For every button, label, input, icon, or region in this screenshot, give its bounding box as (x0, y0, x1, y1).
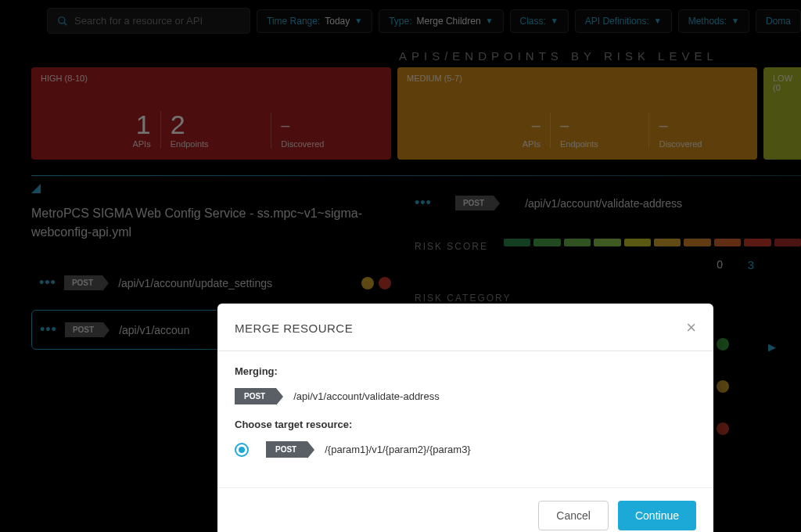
score-segment (564, 239, 591, 246)
filter-label: API Definitions: (585, 16, 649, 27)
score-segment (654, 239, 681, 246)
status-dot (361, 277, 374, 289)
risk-card-header: LOW (0 (773, 74, 801, 92)
score-segment (684, 239, 710, 246)
chevron-down-icon: ▼ (551, 16, 559, 25)
endpoint-path: /api/v1/account/update_settings (118, 277, 272, 289)
status-dot (717, 338, 729, 350)
method-badge: POST (235, 388, 276, 404)
resource-path: /{param1}/v1/{param2}/{param3} (325, 444, 470, 455)
method-badge: POST (266, 441, 307, 458)
merge-resource-modal: MERGE RESOURCE × Merging: POST /api/v1/a… (217, 304, 713, 532)
filter-value: Today (325, 16, 350, 27)
filter-doma[interactable]: Doma (756, 9, 801, 33)
more-dots-icon[interactable]: ••• (415, 195, 432, 211)
radio-selected[interactable] (235, 443, 249, 457)
stat-apis-value: 1 (136, 111, 151, 138)
filter-type[interactable]: Type: Merge Children ▼ (379, 9, 503, 33)
score-segment (714, 239, 741, 246)
method-badge: POST (455, 196, 494, 210)
score-segment (533, 239, 560, 246)
more-dots-icon[interactable]: ••• (39, 275, 56, 291)
service-name: MetroPCS SIGMA Web Config Service - ss.m… (31, 204, 399, 242)
status-dot (717, 422, 729, 435)
chevron-down-icon: ▼ (731, 16, 739, 25)
merging-label: Merging: (235, 365, 696, 377)
risk-section-title: APIS/ENDPOINTS BY RISK LEVEL (0, 41, 801, 67)
search-icon (57, 16, 68, 27)
risk-card-high[interactable]: HIGH (8-10) 1 APIs 2 Endpoints – Discove… (31, 67, 391, 160)
more-dots-icon[interactable]: ••• (40, 322, 57, 338)
risk-score-label: RISK SCORE (415, 241, 488, 252)
choose-target-label: Choose target resource: (235, 419, 696, 430)
close-button[interactable]: × (686, 318, 696, 338)
triangle-marker-icon (31, 184, 41, 193)
filter-time-range[interactable]: Time Range: Today ▼ (257, 9, 372, 33)
merging-resource-row: POST /api/v1/account/validate-address (235, 388, 696, 404)
risk-card-medium[interactable]: MEDIUM (5-7) – APIs – Endpoints – Discov… (397, 67, 757, 160)
status-dot-column (717, 338, 729, 435)
status-dot (717, 380, 729, 393)
risk-card-header: MEDIUM (5-7) (407, 74, 748, 83)
chevron-down-icon: ▼ (354, 16, 362, 25)
filter-label: Time Range: (267, 16, 320, 27)
modal-title: MERGE RESOURCE (235, 322, 353, 335)
search-input[interactable] (74, 15, 240, 27)
risk-category-label: RISK CATEGORY (415, 293, 801, 304)
endpoint-path: /api/v1/accoun (119, 324, 189, 336)
svg-point-0 (59, 16, 65, 23)
endpoint-row[interactable]: ••• POST /api/v1/account/validate-addres… (415, 184, 801, 222)
stat-endpoints-value: – (560, 113, 569, 138)
score-value: 0 (717, 258, 723, 271)
filter-class[interactable]: Class: ▼ (510, 9, 569, 33)
close-icon: × (686, 318, 696, 337)
stat-discovered-label: Discovered (281, 139, 324, 149)
stat-endpoints-label: Endpoints (560, 139, 598, 149)
risk-cards-row: HIGH (8-10) 1 APIs 2 Endpoints – Discove… (0, 67, 801, 160)
continue-button[interactable]: Continue (618, 501, 696, 530)
radio-inner-icon (239, 447, 245, 453)
status-dot (379, 277, 391, 289)
score-value: 3 (748, 258, 754, 271)
score-segment (774, 239, 801, 246)
score-segment (594, 239, 620, 246)
stat-apis-value: – (532, 113, 541, 138)
score-segment (624, 239, 651, 246)
stat-endpoints-label: Endpoints (171, 139, 209, 149)
stat-discovered-value: – (281, 113, 289, 138)
stat-discovered-value: – (659, 113, 667, 138)
chevron-down-icon: ▼ (654, 16, 662, 25)
stat-endpoints-value: 2 (171, 111, 185, 138)
chevron-down-icon: ▼ (486, 16, 494, 25)
risk-card-header: HIGH (8-10) (41, 74, 382, 83)
play-arrow-icon[interactable]: ▶ (768, 341, 776, 353)
score-segment (744, 239, 770, 246)
filter-label: Doma (766, 16, 791, 27)
score-segment (504, 239, 530, 246)
filter-label: Type: (389, 16, 411, 27)
risk-score-bar (504, 239, 801, 246)
endpoint-row[interactable]: ••• POST /api/v1/account/update_settings (31, 264, 399, 302)
stat-apis-label: APIs (132, 139, 150, 149)
target-resource-option[interactable]: POST /{param1}/v1/{param2}/{param3} (235, 441, 696, 458)
filter-label: Class: (520, 16, 546, 27)
top-filter-bar: Time Range: Today ▼ Type: Merge Children… (0, 0, 801, 41)
svg-line-1 (64, 22, 67, 25)
cancel-button[interactable]: Cancel (538, 501, 609, 530)
search-box[interactable] (47, 8, 250, 34)
stat-apis-label: APIs (523, 139, 541, 149)
filter-api-definitions[interactable]: API Definitions: ▼ (575, 9, 672, 33)
filter-value: Merge Children (417, 16, 481, 27)
method-badge: POST (65, 322, 103, 337)
section-divider (31, 175, 801, 176)
risk-card-low[interactable]: LOW (0 (763, 67, 801, 160)
resource-path: /api/v1/account/validate-address (293, 390, 439, 402)
filter-methods[interactable]: Methods: ▼ (678, 9, 749, 33)
filter-label: Methods: (688, 16, 727, 27)
method-badge: POST (64, 275, 102, 290)
endpoint-path: /api/v1/account/validate-address (525, 197, 682, 210)
stat-discovered-label: Discovered (659, 139, 702, 149)
